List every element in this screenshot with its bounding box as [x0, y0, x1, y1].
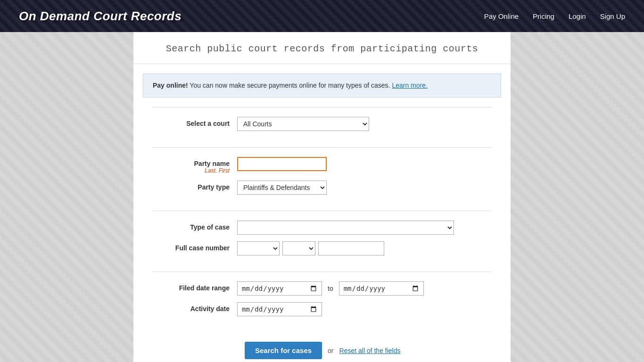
nav-pricing[interactable]: Pricing: [533, 12, 554, 20]
notice-text: You can now make secure payments online …: [190, 82, 390, 89]
nav-login[interactable]: Login: [569, 12, 586, 20]
court-label: Select a court: [152, 117, 237, 127]
reset-button[interactable]: Reset all of the fields: [339, 347, 401, 354]
case-number-select-1[interactable]: [237, 241, 280, 255]
court-section: Select a court All Courts: [152, 107, 492, 147]
party-name-field: [237, 157, 492, 171]
activity-date-input[interactable]: [237, 302, 322, 316]
filed-date-label: Filed date range: [152, 281, 237, 292]
case-type-field: [237, 221, 492, 235]
or-text: or: [328, 347, 333, 354]
case-section: Type of case Full case number: [152, 211, 492, 272]
activity-date-label: Activity date: [152, 302, 237, 313]
party-type-row: Party type Plaintiffs & Defendants: [152, 181, 492, 195]
search-button[interactable]: Search for cases: [245, 342, 322, 359]
court-field: All Courts: [237, 117, 492, 131]
nav-sign-up[interactable]: Sign Up: [600, 12, 625, 20]
search-form: Select a court All Courts Party name Las…: [133, 107, 511, 362]
search-actions: Search for cases or Reset all of the fie…: [152, 332, 492, 362]
case-number-label: Full case number: [152, 241, 237, 252]
filed-date-start-input[interactable]: [237, 281, 322, 296]
party-section: Party name Last, First Party type Plaint…: [152, 147, 492, 211]
party-type-label: Party type: [152, 181, 237, 191]
case-type-row: Type of case: [152, 221, 492, 235]
notice-bold: Pay online!: [153, 82, 188, 89]
party-name-input[interactable]: [237, 157, 327, 171]
case-number-row: Full case number: [152, 241, 492, 255]
site-logo: On Demand Court Records: [19, 9, 182, 24]
case-number-input[interactable]: [318, 241, 384, 255]
court-select[interactable]: All Courts: [237, 117, 369, 131]
header-nav: Pay Online Pricing Login Sign Up: [484, 12, 625, 20]
party-name-row: Party name Last, First: [152, 157, 492, 174]
main-container: Search public court records from partici…: [133, 32, 511, 362]
notice-banner: Pay online! You can now make secure paym…: [143, 74, 501, 98]
date-to-separator: to: [325, 285, 336, 292]
case-number-field: [237, 241, 492, 255]
filed-date-end-input[interactable]: [339, 281, 424, 296]
case-type-select[interactable]: [237, 221, 454, 235]
activity-date-row: Activity date: [152, 302, 492, 316]
date-section: Filed date range to Activity date: [152, 272, 492, 332]
party-type-field: Plaintiffs & Defendants: [237, 181, 492, 195]
page-title: Search public court records from partici…: [133, 32, 511, 64]
filed-date-row: Filed date range to: [152, 281, 492, 296]
party-name-label: Party name Last, First: [152, 157, 237, 174]
activity-date-field: [237, 302, 492, 316]
party-name-sub: Last, First: [152, 167, 230, 174]
case-type-label: Type of case: [152, 221, 237, 231]
filed-date-field: to: [237, 281, 492, 296]
header: On Demand Court Records Pay Online Prici…: [0, 0, 644, 32]
nav-pay-online[interactable]: Pay Online: [484, 12, 519, 20]
court-row: Select a court All Courts: [152, 117, 492, 131]
case-number-select-2[interactable]: [282, 241, 315, 255]
party-type-select[interactable]: Plaintiffs & Defendants: [237, 181, 327, 195]
notice-learn-more-link[interactable]: Learn more.: [392, 82, 427, 89]
